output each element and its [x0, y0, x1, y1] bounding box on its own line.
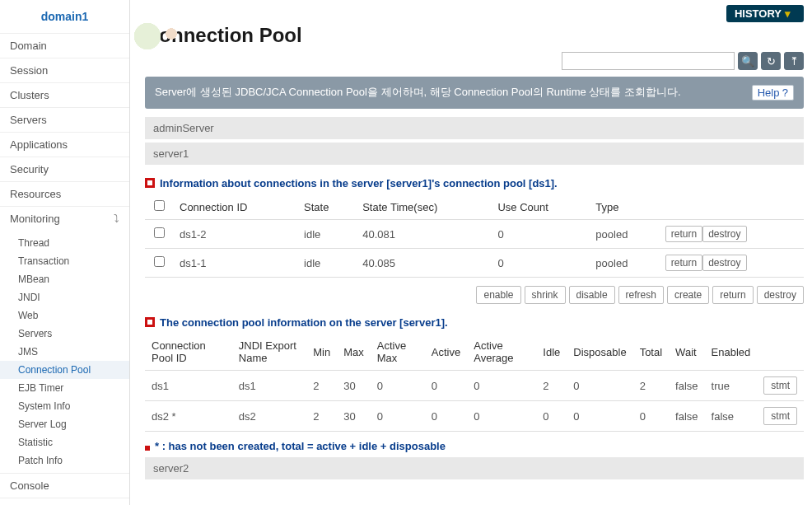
- nav-item-domain[interactable]: Domain: [0, 34, 129, 58]
- pools-table: Connection Pool IDJNDI Export NameMinMax…: [145, 334, 804, 432]
- subnav-item-ejb-timer[interactable]: EJB Timer: [0, 379, 129, 397]
- server-bar-adminServer[interactable]: adminServer: [145, 117, 804, 139]
- main-content: HISTORY▾ Connection Pool 🔍 ↻ ⤒ Server에 생…: [130, 0, 812, 505]
- refresh-button[interactable]: refresh: [618, 286, 664, 304]
- history-button[interactable]: HISTORY▾: [726, 5, 804, 22]
- table-row: ds1-1idle40.0850pooledreturndestroy: [145, 249, 804, 278]
- subnav-item-web[interactable]: Web: [0, 306, 129, 325]
- cell: 0: [491, 249, 589, 278]
- col-header: Disposable: [567, 334, 632, 371]
- nav-item-resources[interactable]: Resources: [0, 182, 129, 206]
- cell: ds1-1: [173, 249, 297, 278]
- cell: 0: [633, 401, 669, 432]
- domain-name[interactable]: domain1: [0, 0, 129, 34]
- nav-primary: DomainSessionClustersServersApplications…: [0, 34, 129, 498]
- cell: 2: [306, 401, 337, 432]
- help-icon: ?: [782, 87, 788, 99]
- cell: ds1-2: [173, 220, 297, 249]
- refresh-page-button[interactable]: ↻: [761, 52, 781, 70]
- refresh-icon: ↻: [767, 55, 776, 68]
- cell: false: [705, 401, 758, 432]
- table-row: ds1ds1230000202falsetruestmt: [145, 371, 804, 401]
- square-icon: [145, 178, 155, 188]
- col-header: Connection Pool ID: [145, 334, 232, 371]
- nav-item-console[interactable]: Console: [0, 474, 129, 498]
- page-title: Connection Pool: [145, 24, 804, 47]
- row-checkbox[interactable]: [154, 256, 165, 267]
- square-icon: [145, 446, 150, 451]
- col-header: [757, 334, 804, 371]
- export-button[interactable]: ⤒: [784, 52, 804, 70]
- stmt-button[interactable]: stmt: [763, 376, 797, 395]
- subnav-item-thread[interactable]: Thread: [0, 234, 129, 252]
- col-header: State Time(sec): [356, 194, 491, 220]
- subnav-item-transaction[interactable]: Transaction: [0, 252, 129, 270]
- subnav-item-servers[interactable]: Servers: [0, 325, 129, 343]
- destroy-button[interactable]: destroy: [702, 226, 746, 242]
- server-bar-server1[interactable]: server1: [145, 143, 804, 165]
- col-header: Use Count: [491, 194, 589, 220]
- app-root: domain1 DomainSessionClustersServersAppl…: [0, 0, 812, 505]
- subnav-item-system-info[interactable]: System Info: [0, 397, 129, 415]
- col-header: Active Average: [467, 334, 536, 371]
- topbar: HISTORY▾: [145, 5, 804, 22]
- col-header: Min: [306, 334, 337, 371]
- destroy-button[interactable]: destroy: [757, 286, 804, 304]
- nav-item-monitoring[interactable]: Monitoring: [0, 207, 129, 231]
- square-icon: [145, 317, 155, 327]
- cell: 0: [371, 401, 425, 432]
- upload-icon: ⤒: [790, 55, 799, 68]
- nav-item-servers[interactable]: Servers: [0, 108, 129, 132]
- nav-item-session[interactable]: Session: [0, 58, 129, 82]
- connections-table: Connection IDStateState Time(sec)Use Cou…: [145, 194, 804, 278]
- col-header: Max: [337, 334, 371, 371]
- subnav-item-mbean[interactable]: MBean: [0, 270, 129, 288]
- enable-button[interactable]: enable: [476, 286, 520, 304]
- nav-item-applications[interactable]: Applications: [0, 133, 129, 157]
- subnav-item-connection-pool[interactable]: Connection Pool: [0, 361, 129, 379]
- subnav-item-patch-info[interactable]: Patch Info: [0, 451, 129, 470]
- col-header: [659, 194, 804, 220]
- disable-button[interactable]: disable: [569, 286, 615, 304]
- return-button[interactable]: return: [665, 226, 702, 242]
- create-button[interactable]: create: [667, 286, 709, 304]
- cell: 0: [567, 371, 632, 401]
- nav-item-clusters[interactable]: Clusters: [0, 83, 129, 107]
- cell: 2: [633, 371, 669, 401]
- select-all-checkbox[interactable]: [154, 200, 165, 211]
- cell: pooled: [589, 220, 659, 249]
- return-button[interactable]: return: [665, 255, 702, 271]
- subnav-item-server-log[interactable]: Server Log: [0, 415, 129, 433]
- search-icon: 🔍: [741, 55, 754, 68]
- help-button[interactable]: Help ?: [752, 85, 794, 101]
- cell: 40.081: [356, 220, 491, 249]
- search-bar: 🔍 ↻ ⤒: [145, 52, 804, 70]
- cell: 30: [337, 371, 371, 401]
- cell: 30: [337, 401, 371, 432]
- server-bar-server2[interactable]: server2: [145, 457, 804, 479]
- cell: 0: [467, 371, 536, 401]
- return-button[interactable]: return: [712, 286, 753, 304]
- cell: 40.085: [356, 249, 491, 278]
- row-checkbox[interactable]: [154, 227, 165, 238]
- subnav-item-jms[interactable]: JMS: [0, 343, 129, 361]
- subnav-item-jndi[interactable]: JNDI: [0, 288, 129, 306]
- table-row: ds1-2idle40.0810pooledreturndestroy: [145, 220, 804, 249]
- subnav-item-statistic[interactable]: Statistic: [0, 433, 129, 451]
- destroy-button[interactable]: destroy: [702, 255, 746, 271]
- nav-item-security[interactable]: Security: [0, 157, 129, 181]
- cell: 0: [371, 371, 425, 401]
- shrink-button[interactable]: shrink: [525, 286, 566, 304]
- cell: 0: [536, 401, 567, 432]
- col-header: Idle: [536, 334, 567, 371]
- col-header: Enabled: [705, 334, 758, 371]
- search-button[interactable]: 🔍: [738, 52, 758, 70]
- search-input[interactable]: [562, 52, 735, 70]
- table-row: ds2 *ds2230000000falsefalsestmt: [145, 401, 804, 432]
- section1-title: Information about connections in the ser…: [145, 175, 804, 191]
- cell: ds2: [232, 401, 306, 432]
- cell: 0: [567, 401, 632, 432]
- desc-text: Server에 생성된 JDBC/JCA Connection Pool을 제어…: [155, 85, 681, 100]
- stmt-button[interactable]: stmt: [763, 407, 797, 425]
- pool-actions: enableshrinkdisablerefreshcreatereturnde…: [145, 286, 804, 304]
